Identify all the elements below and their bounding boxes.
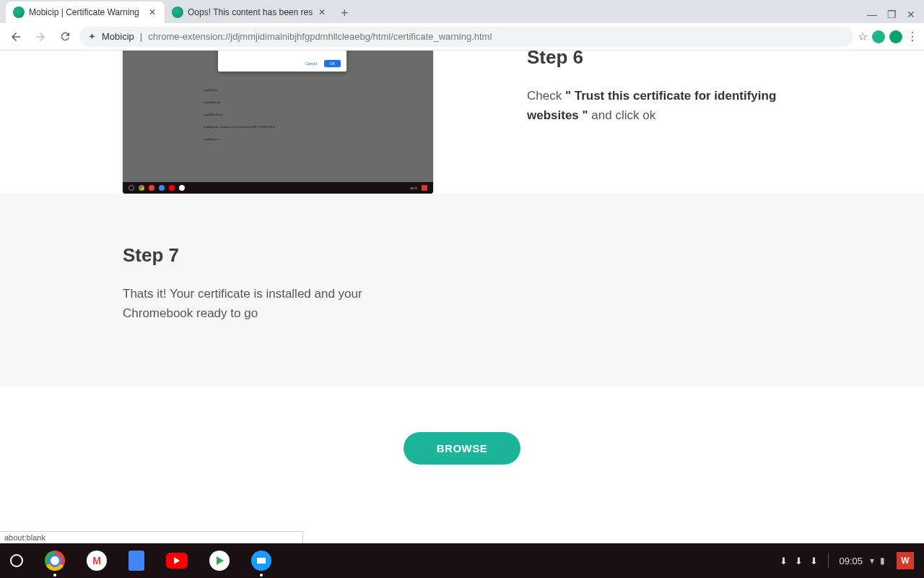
step6-illustration: Certificate authority The certificate 'r… <box>123 51 433 194</box>
chromeos-shelf: ⬇ ⬇ ⬇ 09:05 ▾ ▮ W <box>0 543 924 578</box>
forward-button[interactable] <box>30 27 51 47</box>
close-window-icon[interactable]: ✕ <box>907 9 915 20</box>
close-icon[interactable]: ✕ <box>147 7 157 17</box>
docs-icon[interactable] <box>128 551 144 571</box>
reload-button[interactable] <box>55 27 75 47</box>
play-store-icon[interactable] <box>209 551 230 571</box>
tab-title: Oops! This content has been res <box>188 7 313 17</box>
step6-body: Check " Trust this certificate for ident… <box>527 86 801 125</box>
url-host: Mobicip <box>102 31 134 42</box>
tab-title: Mobicip | Certificate Warning <box>29 7 143 17</box>
download-icon[interactable]: ⬇ <box>795 556 803 566</box>
url-path: chrome-extension://jdjmmjidimainibjhfgpd… <box>148 31 492 42</box>
minimize-icon[interactable]: — <box>867 9 877 20</box>
maximize-icon[interactable]: ❐ <box>887 9 897 20</box>
browser-chrome: Mobicip | Certificate Warning ✕ Oops! Th… <box>0 0 924 51</box>
browse-button[interactable]: BROWSE <box>404 432 521 465</box>
back-button[interactable] <box>6 27 26 47</box>
tab-strip: Mobicip | Certificate Warning ✕ Oops! Th… <box>0 0 924 23</box>
step7-section: Step 7 Thats it! Your certificate is ins… <box>0 194 924 387</box>
download-icon[interactable]: ⬇ <box>810 556 818 566</box>
favicon-icon <box>172 7 183 18</box>
new-tab-button[interactable]: + <box>334 3 354 23</box>
extension-badge-icon[interactable] <box>889 30 902 43</box>
toolbar: ✦ Mobicip | chrome-extension://jdjmmjidi… <box>0 23 924 51</box>
tab-active[interactable]: Mobicip | Certificate Warning ✕ <box>6 1 165 23</box>
extension-icon: ✦ <box>88 31 96 42</box>
download-icon[interactable]: ⬇ <box>780 556 788 566</box>
tab-background[interactable]: Oops! This content has been res ✕ <box>165 1 334 23</box>
wifi-icon[interactable]: ▾ <box>870 556 874 566</box>
step6-heading: Step 6 <box>527 51 801 69</box>
app-indicator-icon[interactable]: W <box>897 552 914 569</box>
menu-icon[interactable]: ⋮ <box>907 30 918 43</box>
clock[interactable]: 09:05 <box>839 556 863 566</box>
favicon-icon <box>13 7 25 18</box>
page-content: Certificate authority The certificate 'r… <box>0 51 924 543</box>
battery-icon[interactable]: ▮ <box>880 556 885 566</box>
launcher-icon[interactable] <box>10 554 23 567</box>
status-bar: about:blank <box>0 531 303 543</box>
gmail-icon[interactable] <box>87 551 107 571</box>
address-bar[interactable]: ✦ Mobicip | chrome-extension://jdjmmjidi… <box>79 27 853 47</box>
bookmark-icon[interactable]: ☆ <box>858 30 868 43</box>
extension-badge-icon[interactable] <box>872 30 885 43</box>
system-tray[interactable]: ⬇ ⬇ ⬇ 09:05 ▾ ▮ W <box>780 552 914 569</box>
step7-body: Thats it! Your certificate is installed … <box>123 284 383 323</box>
files-icon[interactable] <box>251 551 271 571</box>
window-controls: — ❐ ✕ <box>867 9 924 23</box>
youtube-icon[interactable] <box>166 553 188 569</box>
chrome-icon[interactable] <box>45 551 65 571</box>
step7-heading: Step 7 <box>123 244 801 267</box>
close-icon[interactable]: ✕ <box>317 7 327 17</box>
